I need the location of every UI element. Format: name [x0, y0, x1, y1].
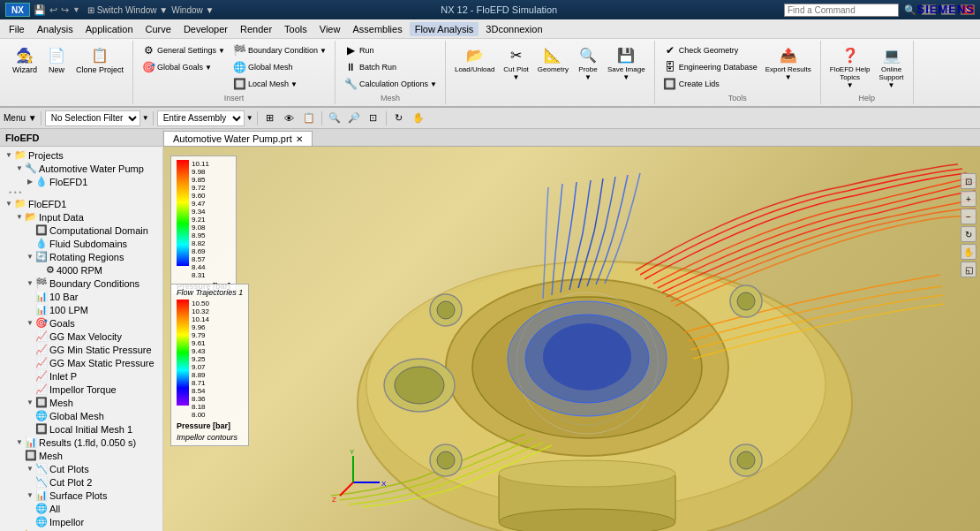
pump-expander[interactable]: ▼: [14, 163, 25, 174]
zoom-minus-btn[interactable]: −: [961, 209, 976, 224]
menu-application[interactable]: Application: [80, 22, 139, 36]
batch-run-button[interactable]: ⏸ Batch Run: [341, 59, 440, 75]
fluid-sub-expander[interactable]: [25, 239, 35, 249]
menu-flow-analysis[interactable]: Flow Analysis: [410, 22, 479, 36]
rot-regions-expander[interactable]: ▼: [25, 252, 35, 262]
tree-gg-min-static[interactable]: 📈 GG Min Static Pressure: [2, 343, 161, 356]
tree-boundary-conditions[interactable]: ▼ 🏁 Boundary Conditions: [2, 277, 161, 290]
trimetric-btn[interactable]: ◱: [961, 262, 976, 277]
fit-view-btn[interactable]: ⊡: [961, 173, 976, 189]
tree-results[interactable]: ▼ 📊 Results (1.fld, 0.050 s): [2, 436, 161, 449]
menu-3dconnexion[interactable]: 3Dconnexion: [480, 22, 547, 36]
results-expander[interactable]: ▼: [14, 437, 25, 448]
comp-domain-expander[interactable]: [25, 225, 35, 236]
global-goals-button[interactable]: 🎯 Global Goals ▼: [139, 59, 228, 75]
tree-floefd1-root[interactable]: ▼ 📁 FloEFD1: [2, 197, 161, 210]
menu-assemblies[interactable]: Assemblies: [347, 22, 407, 36]
tree-floefd1-project[interactable]: ▶ 💧 FloEFD1: [2, 175, 161, 188]
goals-expander[interactable]: ▼: [25, 318, 35, 329]
create-lids-button[interactable]: 🔲 Create Lids: [660, 76, 760, 92]
tree-auto-water-pump[interactable]: ▼ 🔧 Automotive Water Pump: [2, 162, 161, 175]
floefd-help-button[interactable]: ❓ FloEFD HelpTopics ▼: [826, 42, 874, 91]
tree-goals[interactable]: ▼ 🎯 Goals: [2, 316, 161, 330]
rotate-btn[interactable]: ↻: [390, 110, 408, 127]
general-settings-button[interactable]: ⚙ General Settings ▼: [139, 42, 228, 58]
wizard-button[interactable]: 🧙 Wizard: [9, 42, 41, 76]
quick-redo-icon[interactable]: ↪: [61, 4, 69, 16]
pan-view-btn[interactable]: ✋: [961, 244, 976, 260]
probe-button[interactable]: 🔍 Probe ▼: [574, 42, 602, 83]
calculation-options-button[interactable]: 🔧 Calculation Options ▼: [341, 76, 440, 92]
load-unload-button[interactable]: 📂 Load/Unload: [451, 42, 498, 75]
menu-file[interactable]: File: [4, 22, 30, 36]
view-type-btn[interactable]: 👁: [281, 110, 298, 127]
tree-impellor-torque[interactable]: 📈 Impellor Torque: [2, 383, 161, 396]
menu-analysis[interactable]: Analysis: [32, 22, 79, 36]
content-tab-pump[interactable]: Automotive Water Pump.prt ✕: [163, 131, 313, 146]
pan-btn[interactable]: ✋: [410, 110, 427, 127]
fit-btn[interactable]: ⊡: [365, 110, 382, 127]
run-button[interactable]: ▶ Run: [341, 42, 440, 58]
menu-tools[interactable]: Tools: [279, 22, 313, 36]
save-image-button[interactable]: 💾 Save Image ▼: [604, 42, 649, 83]
menu-developer[interactable]: Developer: [178, 22, 233, 36]
rotate-view-btn[interactable]: ↻: [961, 226, 976, 242]
tree-local-initial-mesh[interactable]: 🔲 Local Initial Mesh 1: [2, 422, 161, 436]
tree-input-data[interactable]: ▼ 📂 Input Data: [2, 210, 161, 224]
geometry-button[interactable]: 📐 Geometry: [534, 42, 572, 75]
snap-btn[interactable]: ⊞: [261, 110, 279, 127]
switch-window-btn[interactable]: ⊞ Switch Window ▼: [87, 5, 168, 15]
tree-surface-plots[interactable]: ▼ 📊 Surface Plots: [2, 489, 161, 502]
zoom-out-btn[interactable]: 🔎: [345, 110, 363, 127]
floefd1-proj-expander[interactable]: ▶: [25, 177, 35, 187]
selection-filter-dropdown[interactable]: No Selection Filter: [45, 110, 140, 126]
tree-4000rpm[interactable]: ⚙ 4000 RPM: [2, 263, 161, 277]
tab-close-btn[interactable]: ✕: [296, 134, 303, 144]
tree-results-mesh[interactable]: 🔲 Mesh: [2, 449, 161, 462]
tree-10bar[interactable]: 📊 10 Bar: [2, 290, 161, 303]
boundary-condition-button[interactable]: 🏁 Boundary Condition ▼: [230, 42, 329, 58]
new-button[interactable]: 📄 New: [42, 42, 71, 76]
global-mesh-button[interactable]: 🌐 Global Mesh: [230, 59, 329, 75]
tree-mesh-section[interactable]: ▼ 🔲 Mesh: [2, 396, 161, 409]
floefd1-root-expander[interactable]: ▼: [4, 199, 14, 209]
menu-curve[interactable]: Curve: [140, 22, 177, 36]
quick-undo-icon[interactable]: ↩: [49, 4, 57, 16]
quick-save-icon[interactable]: 💾: [34, 4, 46, 16]
tree-comp-domain[interactable]: 🔲 Computational Domain: [2, 224, 161, 237]
sidebar-tree[interactable]: ▼ 📁 Projects ▼ 🔧 Automotive Water Pump ▶…: [0, 147, 162, 531]
export-results-button[interactable]: 📤 Export Results ▼: [762, 42, 815, 83]
cut-plot-button[interactable]: ✂ Cut Plot ▼: [500, 42, 531, 83]
tree-cut-plot-2[interactable]: 📉 Cut Plot 2: [2, 475, 161, 489]
layer-btn[interactable]: 📋: [300, 110, 318, 127]
tree-surface-all[interactable]: 🌐 All: [2, 502, 161, 515]
tree-gg-max-vel[interactable]: 📈 GG Max Velocity: [2, 330, 161, 343]
projects-expander[interactable]: ▼: [4, 150, 14, 161]
tree-rotating-regions[interactable]: ▼ 🔄 Rotating Regions: [2, 250, 161, 263]
bc-expander[interactable]: ▼: [25, 278, 35, 289]
rpm-expander[interactable]: [35, 265, 46, 276]
clone-project-button[interactable]: 📋 Clone Project: [72, 42, 127, 76]
tree-gg-max-static[interactable]: 📈 GG Max Static Pressure: [2, 356, 161, 369]
scope-dropdown[interactable]: Entire Assembly: [157, 110, 245, 126]
menu-view[interactable]: View: [314, 22, 346, 36]
tree-fluid-subdomains[interactable]: 💧 Fluid Subdomains: [2, 237, 161, 250]
tree-impellor-surface[interactable]: 🌐 Impellor: [2, 515, 161, 528]
tree-global-mesh[interactable]: 🌐 Global Mesh: [2, 409, 161, 422]
cut-plots-expander[interactable]: ▼: [25, 464, 35, 474]
tree-inlet-p[interactable]: 📈 Inlet P: [2, 369, 161, 383]
surface-plots-expander[interactable]: ▼: [25, 490, 35, 501]
toolbar-dropdown-icon[interactable]: ▼: [72, 5, 80, 14]
online-support-button[interactable]: 💻 OnlineSupport ▼: [876, 42, 908, 91]
menu-indicator[interactable]: Menu ▼: [4, 113, 37, 123]
zoom-in-btn[interactable]: 🔍: [326, 110, 343, 127]
tree-cut-plots[interactable]: ▼ 📉 Cut Plots: [2, 462, 161, 475]
tree-projects[interactable]: ▼ 📁 Projects: [2, 148, 161, 162]
local-mesh-button[interactable]: 🔲 Local Mesh ▼: [230, 76, 329, 92]
menu-render[interactable]: Render: [235, 22, 277, 36]
window-btn[interactable]: Window ▼: [171, 5, 214, 15]
check-geometry-button[interactable]: ✔ Check Geometry: [660, 42, 760, 58]
zoom-plus-btn[interactable]: +: [961, 191, 976, 207]
viewport[interactable]: X Y Z 10.11 9.98 9.85 9.72 9.60 9.47: [163, 147, 980, 531]
tree-100lpm[interactable]: 📊 100 LPM: [2, 303, 161, 316]
